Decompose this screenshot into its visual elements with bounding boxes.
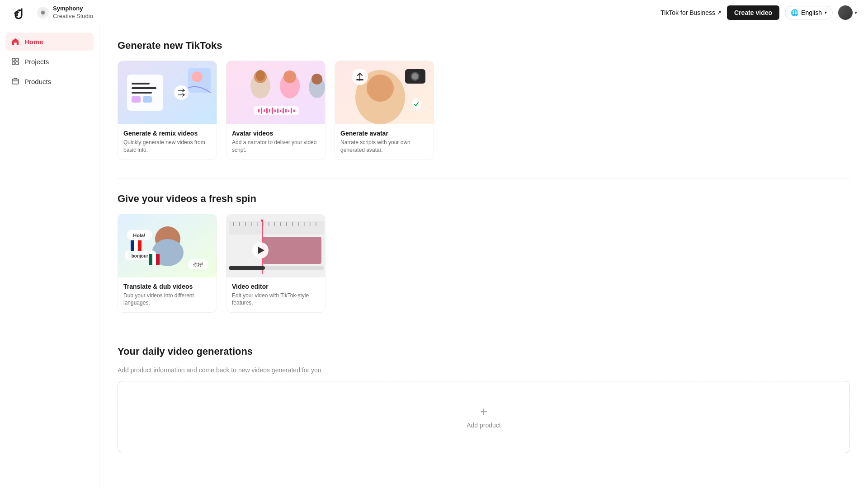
svg-rect-29: [264, 109, 265, 112]
editor-card-title: Video editor: [232, 283, 320, 290]
svg-rect-31: [269, 109, 270, 113]
fresh-spin-section: Give your videos a fresh spin: [118, 193, 850, 313]
sidebar-item-home[interactable]: Home: [5, 33, 94, 51]
svg-rect-59: [131, 240, 134, 251]
svg-rect-27: [258, 109, 259, 113]
svg-rect-45: [356, 79, 363, 80]
user-chevron-icon: ▾: [854, 9, 857, 16]
daily-section: Your daily video generations Add product…: [118, 346, 850, 453]
translate-card-desc: Dub your videos into different languages…: [123, 292, 211, 307]
svg-rect-30: [266, 108, 268, 113]
svg-point-43: [367, 75, 394, 102]
translate-illustration: Hola! bonjour! 你好!: [118, 214, 217, 277]
avatar-videos-card-desc: Add a narrator to deliver your video scr…: [232, 139, 320, 154]
svg-rect-65: [152, 254, 156, 265]
svg-point-25: [311, 74, 322, 84]
svg-rect-64: [149, 254, 152, 265]
svg-rect-14: [143, 96, 152, 103]
header-left: Symphony Creative Studio: [11, 5, 93, 20]
create-video-button[interactable]: Create video: [727, 5, 779, 20]
generate-section: Generate new TikToks: [118, 40, 850, 160]
section-divider-1: [118, 178, 850, 178]
translate-card-body: Translate & dub videos Dub your videos i…: [118, 277, 217, 313]
translate-card[interactable]: Hola! bonjour! 你好!: [118, 214, 217, 313]
editor-card[interactable]: Video editor Edit your video with TikTok…: [226, 214, 326, 313]
remix-card-desc: Quickly generate new videos from basic i…: [123, 139, 211, 154]
svg-rect-39: [291, 108, 292, 113]
daily-section-title: Your daily video generations: [118, 346, 850, 357]
svg-rect-71: [239, 222, 240, 226]
svg-rect-69: [229, 221, 324, 235]
svg-rect-61: [138, 240, 142, 251]
gen-avatar-card-body: Generate avatar Narrate scripts with you…: [335, 124, 434, 160]
header: Symphony Creative Studio TikTok for Busi…: [0, 0, 868, 25]
svg-rect-33: [274, 109, 276, 112]
svg-rect-80: [292, 222, 293, 226]
plus-icon: +: [480, 405, 487, 418]
svg-rect-28: [261, 108, 262, 114]
generate-cards-grid: Generate & remix videos Quickly generate…: [118, 61, 850, 160]
svg-rect-10: [132, 83, 150, 84]
avatar-image: [838, 5, 853, 20]
svg-point-17: [192, 71, 203, 82]
svg-rect-70: [233, 222, 234, 226]
sidebar-item-products-label: Products: [24, 78, 51, 85]
translate-card-image: Hola! bonjour! 你好!: [118, 214, 217, 277]
editor-illustration: [226, 214, 326, 277]
tiktok-business-label: TikTok for Business: [660, 9, 715, 16]
user-menu-trigger[interactable]: ▾: [838, 5, 857, 20]
sidebar-item-products[interactable]: Products: [5, 72, 94, 90]
avatar-videos-card-image: [226, 61, 326, 124]
svg-rect-76: [269, 222, 269, 226]
svg-point-2: [41, 11, 45, 14]
sidebar-item-home-label: Home: [24, 38, 43, 46]
svg-rect-84: [316, 222, 316, 226]
remix-illustration: [118, 61, 217, 124]
svg-rect-77: [274, 222, 275, 226]
svg-text:bonjour!: bonjour!: [132, 253, 150, 258]
editor-card-desc: Edit your video with TikTok-style featur…: [232, 292, 320, 307]
external-link-icon: ↗: [717, 9, 722, 16]
svg-rect-87: [263, 237, 321, 264]
avatar-videos-illustration: [226, 61, 326, 124]
brand-divider: [31, 6, 31, 19]
tiktok-business-link[interactable]: TikTok for Business ↗: [660, 9, 722, 16]
svg-point-48: [412, 73, 418, 80]
daily-section-desc: Add product information and come back to…: [118, 366, 850, 374]
chevron-down-icon: ▾: [825, 10, 827, 15]
svg-point-21: [256, 70, 265, 81]
svg-point-23: [283, 70, 296, 83]
svg-rect-5: [12, 62, 15, 65]
gen-avatar-card-title: Generate avatar: [340, 130, 428, 137]
brand-name: Symphony Creative Studio: [53, 5, 93, 20]
avatar-videos-card[interactable]: Avatar videos Add a narrator to deliver …: [226, 61, 326, 160]
remix-card-image: [118, 61, 217, 124]
svg-rect-34: [277, 108, 278, 113]
svg-text:你好!: 你好!: [193, 262, 203, 267]
gen-avatar-card[interactable]: Generate avatar Narrate scripts with you…: [335, 61, 434, 160]
svg-rect-37: [285, 109, 287, 113]
svg-rect-35: [280, 110, 281, 112]
sidebar: Home Projects Products: [0, 25, 99, 488]
svg-rect-66: [156, 254, 160, 265]
editor-card-image: [226, 214, 326, 277]
svg-rect-60: [134, 240, 138, 251]
language-label: English: [801, 9, 822, 16]
svg-rect-4: [16, 58, 19, 61]
svg-point-15: [174, 85, 189, 100]
svg-rect-78: [280, 222, 281, 226]
remix-card[interactable]: Generate & remix videos Quickly generate…: [118, 61, 217, 160]
main-content: Generate new TikToks: [99, 25, 868, 488]
svg-text:Hola!: Hola!: [133, 233, 146, 238]
language-button[interactable]: 🌐 English ▾: [785, 6, 833, 19]
avatar[interactable]: [838, 5, 853, 20]
gen-avatar-card-image: [335, 61, 434, 124]
svg-rect-13: [132, 96, 141, 103]
avatar-videos-card-body: Avatar videos Add a narrator to deliver …: [226, 124, 325, 160]
projects-icon: [11, 57, 20, 66]
svg-rect-81: [298, 222, 299, 226]
add-product-box[interactable]: + Add product: [118, 381, 850, 453]
svg-rect-40: [293, 109, 295, 112]
sidebar-item-projects[interactable]: Projects: [5, 52, 94, 70]
fresh-spin-cards-grid: Hola! bonjour! 你好!: [118, 214, 850, 313]
